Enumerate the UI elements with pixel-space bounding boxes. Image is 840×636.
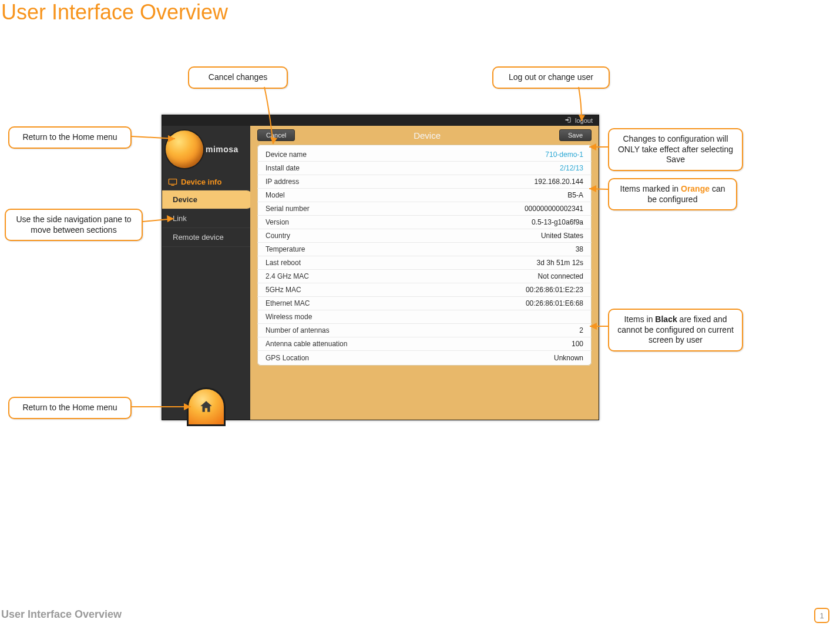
callout-save: Changes to configuration will ONLY take … [608, 128, 743, 171]
table-row: Last reboot3d 3h 51m 12s [257, 256, 592, 270]
field-label: Last reboot [266, 259, 301, 267]
field-value: Not connected [538, 272, 583, 280]
nav-section-device-info[interactable]: Device info [162, 173, 250, 190]
field-label: Temperature [266, 245, 305, 253]
footer-title: User Interface Overview [1, 608, 122, 621]
table-row: GPS LocationUnknown [257, 351, 592, 364]
field-value: 100 [572, 340, 583, 348]
field-label: Install date [266, 164, 300, 172]
save-button[interactable]: Save [559, 129, 592, 141]
home-icon [199, 399, 214, 414]
brand-logo-icon [166, 130, 203, 168]
field-label: 2.4 GHz MAC [266, 272, 309, 280]
logout-link[interactable]: logout [575, 117, 593, 124]
brand-area[interactable]: mimosa [162, 126, 250, 173]
callout-text: Orange [681, 184, 710, 193]
field-label: Wireless mode [266, 313, 312, 321]
main-panel: Cancel Device Save Device name710-demo-1… [250, 126, 599, 420]
field-value: 192.168.20.144 [535, 178, 583, 186]
field-label: Number of antennas [266, 326, 330, 334]
home-button[interactable] [189, 389, 224, 424]
field-value: 2 [579, 326, 583, 334]
sidebar: mimosa Device info DeviceLinkRemote devi… [162, 126, 250, 420]
table-row: Serial number000000000002341 [257, 202, 592, 216]
sidebar-item-device[interactable]: Device [162, 190, 253, 209]
monitor-icon [168, 178, 177, 186]
app-window: logout mimosa Device info DeviceLinkRemo… [162, 115, 599, 420]
callout-cancel: Cancel changes [188, 66, 288, 89]
field-label: Antenna cable attenuation [266, 340, 347, 348]
table-row: 2.4 GHz MACNot connected [257, 270, 592, 283]
top-bar: logout [162, 115, 599, 126]
field-label: 5GHz MAC [266, 286, 301, 294]
field-label: Version [266, 218, 289, 226]
field-value[interactable]: 2/12/13 [560, 164, 583, 172]
callout-logout: Log out or change user [492, 66, 610, 89]
table-row: Version0.5-13-g10a6f9a [257, 216, 592, 229]
field-value: Unknown [554, 354, 583, 362]
page-number: 1 [814, 608, 829, 623]
callout-text: Changes to configuration will ONLY take … [618, 134, 733, 154]
field-value: B5-A [567, 191, 583, 199]
callout-text: Save [666, 155, 685, 164]
callout-text: Items marked in [620, 184, 681, 193]
field-value: 00:26:86:01:E6:68 [526, 299, 583, 307]
table-row: IP address192.168.20.144 [257, 175, 592, 189]
panel-title: Device [414, 130, 441, 140]
logout-icon[interactable] [565, 116, 572, 125]
field-value[interactable]: 710-demo-1 [545, 150, 583, 159]
table-row: Ethernet MAC00:26:86:01:E6:68 [257, 297, 592, 310]
field-value: 0.5-13-g10a6f9a [532, 218, 583, 226]
callout-home-bottom: Return to the Home menu [8, 397, 132, 419]
callout-orange: Items marked in Orange can be configured [608, 178, 737, 210]
field-label: Model [266, 191, 285, 199]
table-row: Install date2/12/13 [257, 162, 592, 175]
table-row: Number of antennas2 [257, 324, 592, 337]
callout-home-top: Return to the Home menu [8, 126, 132, 149]
table-row: Wireless mode [257, 310, 592, 324]
table-row: 5GHz MAC00:26:86:01:E2:23 [257, 283, 592, 297]
nav-section-label: Device info [181, 178, 221, 186]
field-value: 00:26:86:01:E2:23 [526, 286, 583, 294]
table-row: Device name710-demo-1 [257, 148, 592, 162]
page-title: User Interface Overview [1, 0, 228, 25]
callout-sidenav: Use the side navigation pane to move bet… [5, 209, 143, 241]
cancel-button[interactable]: Cancel [257, 129, 295, 141]
field-label: GPS Location [266, 354, 309, 362]
table-row: ModelB5-A [257, 189, 592, 202]
sidebar-item-link[interactable]: Link [162, 209, 250, 228]
table-row: Antenna cable attenuation100 [257, 337, 592, 351]
field-label: IP address [266, 178, 299, 186]
device-info-table: Device name710-demo-1Install date2/12/13… [257, 145, 592, 366]
brand-name: mimosa [206, 145, 238, 154]
callout-black: Items in Black are fixed and cannot be c… [608, 309, 743, 352]
field-value: 000000000002341 [525, 205, 583, 213]
field-label: Ethernet MAC [266, 299, 310, 307]
callout-text: Black [655, 314, 677, 324]
svg-rect-0 [169, 179, 176, 184]
callout-text: Items in [624, 314, 655, 324]
table-row: CountryUnited States [257, 229, 592, 243]
field-value: United States [541, 232, 583, 240]
field-label: Device name [266, 150, 307, 159]
field-label: Country [266, 232, 290, 240]
sidebar-item-remote-device[interactable]: Remote device [162, 228, 250, 247]
field-value: 3d 3h 51m 12s [537, 259, 583, 267]
table-row: Temperature38 [257, 243, 592, 256]
field-value: 38 [576, 245, 583, 253]
field-label: Serial number [266, 205, 310, 213]
